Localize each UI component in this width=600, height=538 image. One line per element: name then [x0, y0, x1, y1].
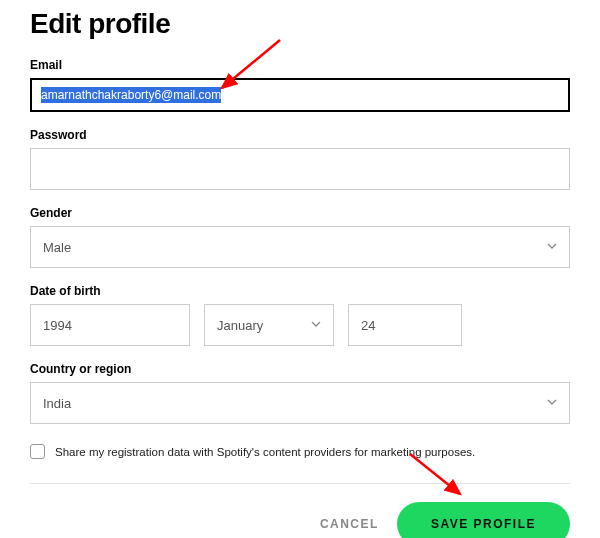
- gender-label: Gender: [30, 206, 570, 220]
- country-label: Country or region: [30, 362, 570, 376]
- dob-group: Date of birth January: [30, 284, 570, 346]
- cancel-button[interactable]: CANCEL: [320, 517, 379, 531]
- button-row: CANCEL SAVE PROFILE: [30, 502, 570, 538]
- marketing-checkbox[interactable]: [30, 444, 45, 459]
- country-select[interactable]: India: [30, 382, 570, 424]
- divider: [30, 483, 570, 484]
- gender-group: Gender Male: [30, 206, 570, 268]
- page-title: Edit profile: [30, 8, 570, 40]
- dob-label: Date of birth: [30, 284, 570, 298]
- email-value: amarnathchakraborty6@mail.com: [41, 87, 221, 103]
- svg-line-1: [410, 454, 460, 494]
- dob-day-field[interactable]: [348, 304, 462, 346]
- dob-year-field[interactable]: [30, 304, 190, 346]
- marketing-checkbox-row: Share my registration data with Spotify'…: [30, 444, 570, 459]
- password-field[interactable]: [30, 148, 570, 190]
- country-group: Country or region India: [30, 362, 570, 424]
- email-group: Email amarnathchakraborty6@mail.com: [30, 58, 570, 112]
- marketing-checkbox-label: Share my registration data with Spotify'…: [55, 446, 475, 458]
- email-field[interactable]: amarnathchakraborty6@mail.com: [30, 78, 570, 112]
- dob-month-select[interactable]: January: [204, 304, 334, 346]
- password-group: Password: [30, 128, 570, 190]
- gender-select[interactable]: Male: [30, 226, 570, 268]
- password-label: Password: [30, 128, 570, 142]
- email-label: Email: [30, 58, 570, 72]
- save-button[interactable]: SAVE PROFILE: [397, 502, 570, 538]
